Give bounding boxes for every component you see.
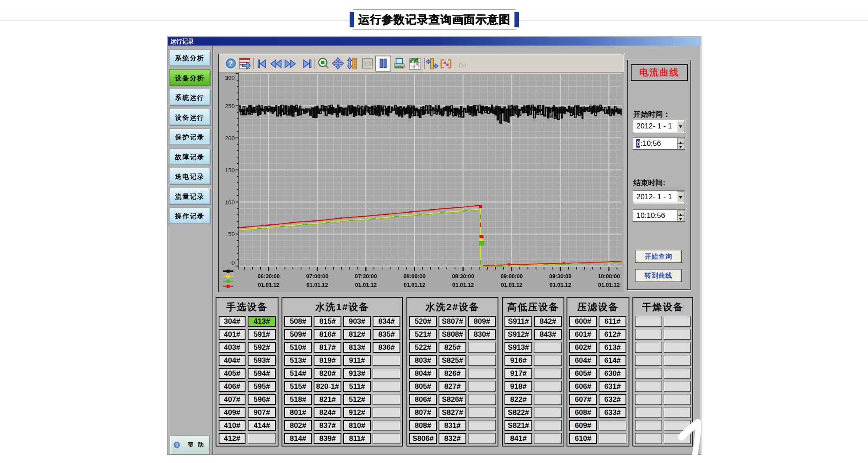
svg-text:01.01.12: 01.01.12 bbox=[258, 282, 279, 288]
svg-text:07:00:00: 07:00:00 bbox=[306, 273, 328, 279]
svg-text:200: 200 bbox=[225, 135, 235, 141]
svg-text:10:00:00: 10:00:00 bbox=[598, 273, 620, 279]
svg-text:100: 100 bbox=[225, 199, 235, 206]
svg-text:150: 150 bbox=[225, 167, 235, 174]
svg-text:250: 250 bbox=[225, 103, 235, 109]
svg-text:1:1: 1:1 bbox=[364, 61, 371, 67]
svg-text:0: 0 bbox=[231, 259, 235, 266]
svg-text:01.01.12: 01.01.12 bbox=[355, 282, 377, 288]
svg-text:08:30:00: 08:30:00 bbox=[452, 273, 474, 279]
svg-text:?: ? bbox=[175, 443, 178, 448]
svg-text:01.01.12: 01.01.12 bbox=[550, 282, 571, 288]
svg-text:01.01.12: 01.01.12 bbox=[404, 282, 426, 288]
svg-text:50: 50 bbox=[228, 231, 235, 237]
svg-text:[x]: [x] bbox=[462, 63, 466, 68]
svg-text:300: 300 bbox=[225, 75, 235, 81]
svg-text:01.01.12: 01.01.12 bbox=[306, 282, 328, 288]
svg-text:07:30:00: 07:30:00 bbox=[355, 273, 377, 279]
svg-text:06:30:00: 06:30:00 bbox=[258, 273, 280, 279]
svg-text:01.01.12: 01.01.12 bbox=[598, 282, 620, 288]
svg-text:01.01.12: 01.01.12 bbox=[501, 282, 523, 288]
svg-text:09:30:00: 09:30:00 bbox=[549, 273, 571, 279]
svg-text:09:00:00: 09:00:00 bbox=[501, 273, 523, 279]
svg-text:ƒ: ƒ bbox=[458, 60, 462, 68]
svg-text:?: ? bbox=[229, 60, 233, 67]
svg-text:08:00:00: 08:00:00 bbox=[403, 273, 426, 279]
svg-text:01.01.12: 01.01.12 bbox=[452, 282, 474, 288]
